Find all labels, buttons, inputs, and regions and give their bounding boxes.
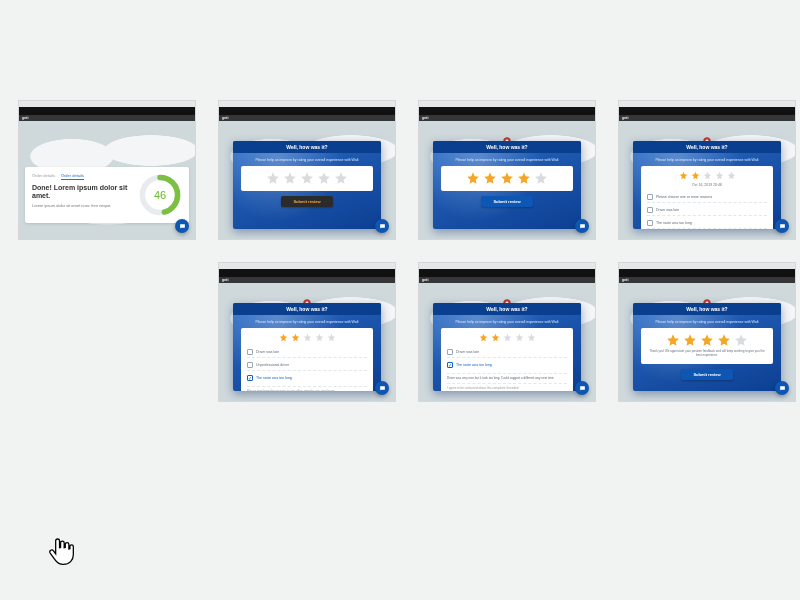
star-1[interactable] xyxy=(466,171,480,185)
modal-title: Well, how was it? xyxy=(633,303,781,315)
brand-logo: gett xyxy=(222,116,229,120)
star-5[interactable] xyxy=(334,171,348,185)
star-3[interactable] xyxy=(300,171,314,185)
star-1[interactable] xyxy=(266,171,280,185)
chat-fab[interactable] xyxy=(775,381,789,395)
reason-options: Driver was late Unprofessional driver ✓T… xyxy=(247,347,367,383)
star-2[interactable] xyxy=(491,333,500,342)
star-1[interactable] xyxy=(666,333,680,347)
star-1[interactable] xyxy=(679,171,688,180)
modal-lead: Please help us improve by rating your ov… xyxy=(441,320,573,324)
brand-logo: gett xyxy=(422,278,429,282)
checkbox-icon xyxy=(447,349,453,355)
reason-label: Driver was late xyxy=(256,350,279,354)
thank-you-text: Thank you! We appreciate your positive f… xyxy=(647,350,767,358)
consent-line[interactable]: I agree to be contacted about this compl… xyxy=(447,383,567,390)
star-row xyxy=(279,333,336,342)
star-3[interactable] xyxy=(500,171,514,185)
rating-modal: Well, how was it? Please help us improve… xyxy=(633,141,781,229)
star-5[interactable] xyxy=(727,171,736,180)
screen-rating-empty: gett Well, how was it? Please help us im… xyxy=(218,100,396,240)
modal-lead: Please help us improve by rating your ov… xyxy=(641,158,773,162)
reason-option[interactable]: Unprofessional driver xyxy=(247,360,367,371)
screen-rating-2star-reasons: gett Well, how was it? Please help us im… xyxy=(618,100,796,240)
viewport: Well, how was it? Please help us improve… xyxy=(419,283,595,401)
star-4[interactable] xyxy=(715,171,724,180)
tab-order-details-1[interactable]: Order details xyxy=(32,173,55,180)
brand-logo: gett xyxy=(222,278,229,282)
checkbox-icon xyxy=(247,349,253,355)
star-4[interactable] xyxy=(717,333,731,347)
star-4[interactable] xyxy=(515,333,524,342)
submit-button[interactable]: Submit review xyxy=(281,196,332,207)
reason-options: Please choose one or more reasons Driver… xyxy=(647,192,767,229)
star-row xyxy=(466,171,548,185)
submit-button[interactable]: Submit review xyxy=(481,196,532,207)
reason-option[interactable]: The route was too long xyxy=(647,218,767,229)
star-5[interactable] xyxy=(734,333,748,347)
modal-lead: Please help us improve by rating your ov… xyxy=(241,158,373,162)
rating-panel: Driver was late Unprofessional driver ✓T… xyxy=(241,328,373,391)
submit-button[interactable]: Submit review xyxy=(681,369,732,380)
brand-logo: gett xyxy=(622,116,629,120)
star-2[interactable] xyxy=(483,171,497,185)
modal-title: Well, how was it? xyxy=(233,303,381,315)
screen-rating-2star-freetext: gett Well, how was it? Please help us im… xyxy=(418,262,596,402)
rating-caption: Oct 16, 2019 20:46 xyxy=(692,183,722,187)
summary-tabs: Order details Order details xyxy=(32,173,130,180)
star-row xyxy=(479,333,536,342)
reason-option[interactable]: Please choose one or more reasons xyxy=(647,192,767,203)
star-2[interactable] xyxy=(283,171,297,185)
chat-fab[interactable] xyxy=(575,381,589,395)
tab-order-details-2[interactable]: Order details xyxy=(61,173,84,180)
chat-fab[interactable] xyxy=(375,381,389,395)
free-text-value[interactable]: Driver was very nice but it took too lon… xyxy=(447,373,567,380)
chat-fab[interactable] xyxy=(175,219,189,233)
star-3[interactable] xyxy=(503,333,512,342)
star-5[interactable] xyxy=(527,333,536,342)
reason-label: Unprofessional driver xyxy=(256,363,289,367)
screen-rating-4star-thankyou: gett Well, how was it? Please help us im… xyxy=(618,262,796,402)
ride-summary-card: Order details Order details Done! Lorem … xyxy=(25,167,189,223)
reason-label: Driver was late xyxy=(456,350,479,354)
reason-options: Driver was late ✓The route was too long xyxy=(447,347,567,370)
reason-option[interactable]: Driver was late xyxy=(447,347,567,358)
rating-modal: Well, how was it? Please help us improve… xyxy=(633,303,781,391)
reason-option[interactable]: ✓The route was too long xyxy=(247,373,367,383)
star-5[interactable] xyxy=(534,171,548,185)
rating-modal: Well, how was it? Please help us improve… xyxy=(233,303,381,391)
star-4[interactable] xyxy=(517,171,531,185)
star-3[interactable] xyxy=(703,171,712,180)
hand-cursor-icon xyxy=(44,534,78,569)
rating-modal: Well, how was it? Please help us improve… xyxy=(433,303,581,391)
chat-fab[interactable] xyxy=(575,219,589,233)
reason-label: The route was too long xyxy=(656,221,692,225)
brand-logo: gett xyxy=(622,278,629,282)
chat-fab[interactable] xyxy=(775,219,789,233)
rating-modal: Well, how was it? Please help us improve… xyxy=(233,141,381,229)
screen-rating-4star: gett Well, how was it? Please help us im… xyxy=(418,100,596,240)
star-4[interactable] xyxy=(317,171,331,185)
rating-panel: Thank you! We appreciate your positive f… xyxy=(641,328,773,364)
rating-panel: Oct 16, 2019 20:46 Please choose one or … xyxy=(641,166,773,229)
star-4[interactable] xyxy=(315,333,324,342)
free-text-placeholder[interactable]: Please type here the reasons or any othe… xyxy=(247,386,367,391)
star-3[interactable] xyxy=(700,333,714,347)
star-1[interactable] xyxy=(479,333,488,342)
star-1[interactable] xyxy=(279,333,288,342)
chat-fab[interactable] xyxy=(375,219,389,233)
summary-headline: Done! Lorem ipsum dolor sit amet. xyxy=(32,184,130,200)
modal-title: Well, how was it? xyxy=(633,141,781,153)
star-2[interactable] xyxy=(683,333,697,347)
star-5[interactable] xyxy=(327,333,336,342)
star-2[interactable] xyxy=(691,171,700,180)
star-2[interactable] xyxy=(291,333,300,342)
reason-option[interactable]: ✓The route was too long xyxy=(447,360,567,370)
score-value: 46 xyxy=(138,173,182,217)
reason-option[interactable]: Driver was late xyxy=(647,205,767,216)
screen-summary: gett Order details Order details Done! L… xyxy=(18,100,196,240)
viewport: Well, how was it? Please help us improve… xyxy=(619,121,795,239)
star-3[interactable] xyxy=(303,333,312,342)
modal-title: Well, how was it? xyxy=(433,303,581,315)
reason-option[interactable]: Driver was late xyxy=(247,347,367,358)
